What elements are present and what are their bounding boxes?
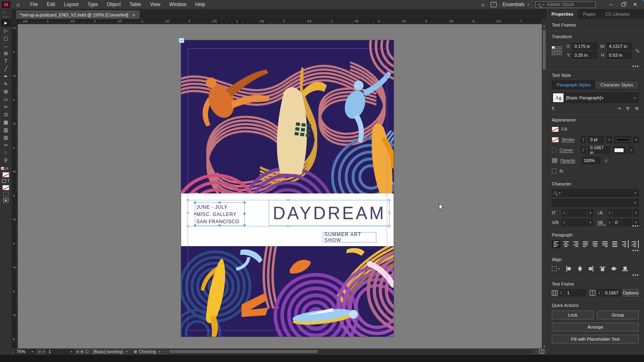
share-icon[interactable]: ↑ (491, 2, 497, 7)
previous-page-button[interactable]: ◂ (43, 350, 44, 354)
align-objects-left-button[interactable] (564, 265, 573, 273)
clear-overrides-icon[interactable]: ¶⁄ (626, 106, 630, 111)
align-away-from-spine-button[interactable] (630, 240, 639, 248)
swap-fill-stroke-icon[interactable]: ⇄ (6, 167, 9, 171)
paragraph-styles-tab[interactable]: Paragraph Styles (552, 81, 595, 89)
minimize-button[interactable]: ─ (605, 2, 617, 7)
justify-all-button[interactable] (611, 240, 619, 248)
menu-items-item[interactable]: Type (84, 0, 101, 8)
scroll-up-icon[interactable]: ▲ (542, 25, 547, 27)
reference-point-grid[interactable] (552, 46, 562, 55)
pencil-tool[interactable]: ✎ (1, 80, 11, 88)
subtitle-text-frame[interactable]: SUMMER ART SHOW (323, 232, 376, 243)
align-right-button[interactable] (572, 240, 580, 248)
menu-items-item[interactable]: File (27, 0, 41, 8)
corner-options-icon[interactable] (552, 148, 557, 152)
align-objects-vcenter-button[interactable] (609, 265, 618, 273)
free-transform-tool[interactable]: ⊡ (1, 111, 11, 118)
horizontal-ruler[interactable]: 1/231/221/211/201/211/221/231/241/251/26… (18, 19, 542, 24)
stock-search-input[interactable]: ▼ Adobe Stock (535, 1, 596, 8)
transform-more-options[interactable]: ●●● (632, 64, 640, 68)
stroke-style-swatch[interactable] (615, 136, 631, 143)
ruler-origin-corner[interactable] (12, 19, 18, 24)
event-info-text-frame[interactable]: JUNE - JULY MISC. GALLERY SAN FRANCISCO (195, 202, 245, 226)
kerning-field[interactable] (568, 219, 586, 226)
justify-left-button[interactable] (581, 240, 590, 248)
align-center-button[interactable] (561, 240, 570, 248)
spread-view-icon[interactable] (539, 350, 544, 354)
corner-shape-dropdown[interactable]: ▼ (628, 146, 634, 154)
type-tool[interactable]: T (1, 57, 11, 65)
corner-radius-stepper[interactable]: ▲▼ (581, 146, 585, 154)
scroll-down-icon[interactable]: ▼ (542, 345, 547, 348)
apply-none-swatch[interactable] (2, 185, 9, 190)
fill-color-swatch[interactable] (552, 127, 559, 132)
scroll-left-icon[interactable]: ‹ (163, 350, 164, 354)
corner-label[interactable]: Corner (559, 148, 578, 152)
learn-lightbulb-icon[interactable]: ☼ (480, 2, 485, 8)
align-objects-bottom-button[interactable] (621, 265, 630, 273)
font-size-stepper[interactable]: ▲▼ (562, 209, 566, 216)
workspace-switcher[interactable]: Essentials ▼ (502, 2, 530, 7)
selection-tool[interactable]: ► (1, 19, 11, 27)
align-objects-top-button[interactable] (598, 265, 607, 273)
eyedropper-tool[interactable]: ✑ (1, 141, 11, 149)
paragraph-more-options[interactable]: ●●● (632, 249, 640, 252)
kerning-dropdown[interactable]: ▼ (588, 219, 593, 226)
gutter-stepper[interactable]: ▲▼ (597, 289, 601, 296)
redefine-style-icon[interactable]: ⇥ (617, 106, 621, 111)
stroke-weight-dropdown[interactable]: ▼ (607, 136, 612, 143)
chevron-down-icon[interactable]: ▼ (631, 93, 638, 103)
cc-link-badge-icon[interactable]: ∞ (179, 38, 184, 43)
formatting-affects-container-icon[interactable] (2, 179, 6, 183)
fill-swatch[interactable] (2, 172, 9, 177)
opacity-field[interactable]: 100% (582, 157, 600, 164)
fx-icon[interactable]: fx. (559, 169, 564, 173)
gradient-feather-tool[interactable]: ▨ (1, 126, 11, 134)
line-tool[interactable]: ╱ (1, 65, 11, 72)
last-page-button[interactable]: ▸| (81, 350, 83, 354)
next-page-button[interactable]: ▸ (77, 350, 78, 354)
leading-stepper[interactable]: ▲▼ (607, 209, 612, 216)
scroll-right-icon[interactable]: › (536, 350, 537, 354)
tracking-field[interactable]: 0 (613, 219, 632, 226)
arrange-button[interactable]: Arrange (552, 323, 639, 331)
postcard-page[interactable]: ∞ JUNE - JULY MISC. GALLERY SAN FRANCISC… (181, 40, 394, 337)
pen-tool[interactable]: ✒ (1, 72, 11, 80)
y-position-field[interactable]: 3.25 in (572, 51, 597, 59)
align-to-select[interactable]: ▼ (552, 266, 560, 271)
height-field[interactable]: 0.53 in (607, 51, 632, 59)
fill-with-placeholder-text-button[interactable]: Fill with Placeholder Text (552, 335, 639, 343)
vertical-scrollbar-thumb[interactable] (543, 30, 546, 70)
group-button[interactable]: Group (597, 311, 639, 319)
object-effects-icon[interactable] (552, 169, 557, 173)
align-left-button[interactable] (552, 240, 560, 248)
stroke-label[interactable]: Stroke (561, 137, 578, 142)
menu-items-item[interactable]: Table (126, 0, 145, 8)
align-toward-spine-button[interactable] (620, 240, 629, 248)
page-tool[interactable]: ▢ (1, 34, 11, 42)
align-more-options[interactable]: ●●● (632, 273, 640, 277)
constrain-proportions-icon[interactable]: ⚯ (634, 47, 641, 54)
scissors-tool[interactable]: ✂ (1, 103, 11, 111)
chevron-down-icon[interactable]: ▼ (634, 202, 637, 204)
panel-grip[interactable] (3, 16, 9, 18)
content-collector-tool[interactable]: ⊞ (1, 49, 11, 57)
columns-stepper[interactable]: ▲▼ (559, 289, 564, 296)
leading-dropdown[interactable]: ▼ (633, 209, 639, 216)
width-field[interactable]: 4.1317 in (607, 43, 632, 50)
opacity-expand-button[interactable]: › (603, 157, 609, 164)
tab-cc-libraries[interactable]: CC Libraries (601, 9, 635, 19)
corner-radius-field[interactable]: 0.1667 in (588, 146, 610, 154)
close-button[interactable]: ✕ (630, 2, 641, 7)
justify-center-button[interactable] (591, 240, 599, 248)
stroke-color-swatch[interactable] (552, 137, 559, 142)
menu-items-item[interactable]: Window (165, 0, 190, 8)
new-style-icon[interactable]: ⊞ (635, 106, 639, 111)
menu-items-item[interactable]: Edit (43, 0, 59, 8)
columns-field[interactable]: 1 (565, 289, 586, 296)
paragraph-style-select[interactable]: Ag [Basic Paragraph]+ ▼ (552, 93, 639, 103)
view-options-icon[interactable] (3, 192, 8, 196)
character-more-options[interactable]: ●●● (632, 224, 640, 228)
vertical-scrollbar[interactable]: ▲ ▼ (542, 24, 547, 348)
